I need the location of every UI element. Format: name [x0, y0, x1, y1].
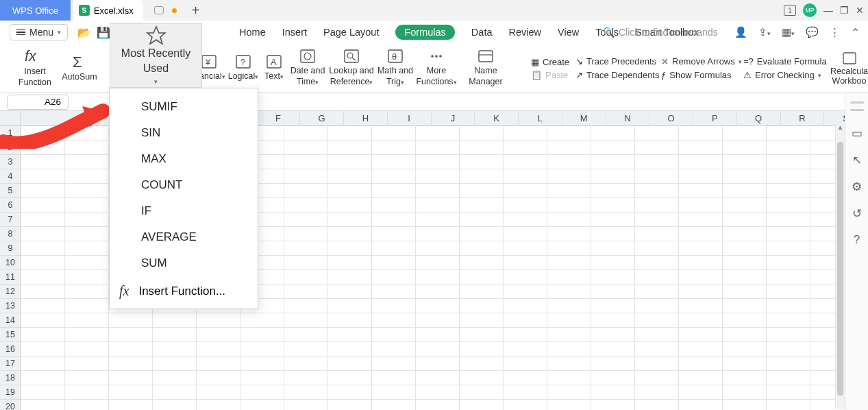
cell[interactable]: [372, 328, 416, 342]
cell[interactable]: [591, 141, 635, 155]
new-tab-button[interactable]: +: [192, 3, 200, 19]
cell[interactable]: [328, 385, 372, 400]
col-o[interactable]: O: [649, 111, 693, 125]
cell[interactable]: [197, 371, 240, 385]
cell[interactable]: [504, 385, 547, 400]
cell[interactable]: [767, 328, 810, 342]
close-button[interactable]: ✕: [856, 5, 864, 16]
cell[interactable]: [372, 385, 416, 400]
cell[interactable]: [547, 141, 591, 155]
cell[interactable]: [416, 342, 460, 357]
cell[interactable]: [460, 285, 504, 299]
cell[interactable]: [635, 299, 679, 313]
app-tab[interactable]: WPS Office: [0, 0, 71, 21]
cell[interactable]: [284, 342, 328, 357]
cell[interactable]: [328, 227, 372, 241]
row-header[interactable]: 4: [0, 169, 21, 184]
cell[interactable]: [504, 270, 547, 285]
cell[interactable]: [547, 198, 591, 213]
row-header[interactable]: 3: [0, 155, 21, 169]
cell[interactable]: [372, 256, 416, 270]
cell[interactable]: [460, 141, 504, 155]
text-button[interactable]: A Text▾: [260, 54, 288, 82]
cell[interactable]: [240, 400, 284, 410]
cell[interactable]: [460, 155, 504, 169]
cell[interactable]: [635, 141, 679, 155]
cell[interactable]: [723, 385, 767, 400]
cell[interactable]: [591, 299, 635, 313]
tab-home[interactable]: Home: [239, 27, 266, 38]
cell[interactable]: [328, 357, 372, 371]
drag-handle-icon[interactable]: [850, 109, 864, 111]
cell[interactable]: [197, 385, 240, 400]
cell[interactable]: [197, 328, 240, 342]
cell[interactable]: [65, 371, 109, 385]
cell[interactable]: [416, 400, 460, 410]
cell[interactable]: [65, 270, 109, 285]
row-header[interactable]: 11: [0, 270, 21, 285]
cell[interactable]: [416, 155, 460, 169]
cell[interactable]: [197, 313, 240, 328]
cell[interactable]: [460, 213, 504, 227]
cell[interactable]: [679, 227, 723, 241]
cell[interactable]: [284, 285, 328, 299]
cell[interactable]: [679, 198, 723, 213]
cell[interactable]: [591, 256, 635, 270]
tab-page-layout[interactable]: Page Layout: [323, 27, 379, 38]
cell[interactable]: [504, 371, 547, 385]
cell[interactable]: [460, 169, 504, 184]
mru-item-average[interactable]: AVERAGE: [110, 224, 258, 250]
cell[interactable]: [679, 169, 723, 184]
row-header[interactable]: 9: [0, 241, 21, 256]
cell[interactable]: [65, 169, 109, 184]
cell[interactable]: [372, 400, 416, 410]
cell[interactable]: [767, 241, 810, 256]
cell[interactable]: [504, 400, 547, 410]
cell[interactable]: [504, 328, 547, 342]
show-formulas-button[interactable]: ƒShow Formulas: [661, 70, 742, 80]
cell[interactable]: [460, 241, 504, 256]
cell[interactable]: [65, 328, 109, 342]
cell[interactable]: [767, 198, 810, 213]
cell[interactable]: [679, 371, 723, 385]
cell[interactable]: [109, 357, 153, 371]
cell[interactable]: [65, 357, 109, 371]
cell[interactable]: [109, 400, 153, 410]
cell[interactable]: [284, 241, 328, 256]
cell[interactable]: [767, 285, 810, 299]
cell[interactable]: [460, 342, 504, 357]
cell[interactable]: [284, 371, 328, 385]
cell[interactable]: [504, 198, 547, 213]
cell[interactable]: [284, 184, 328, 198]
cell[interactable]: [284, 299, 328, 313]
cell[interactable]: [240, 342, 284, 357]
cell[interactable]: [591, 126, 635, 141]
name-manager-button[interactable]: Name Manager: [466, 49, 506, 87]
cell[interactable]: [547, 184, 591, 198]
cell[interactable]: [460, 126, 504, 141]
cell[interactable]: [591, 270, 635, 285]
cell[interactable]: [416, 198, 460, 213]
cell[interactable]: [547, 313, 591, 328]
trace-dependents-button[interactable]: ↗Trace Dependents: [575, 70, 659, 80]
cell[interactable]: [21, 342, 65, 357]
cell[interactable]: [679, 385, 723, 400]
cell[interactable]: [460, 371, 504, 385]
cell[interactable]: [416, 213, 460, 227]
row-header[interactable]: 13: [0, 299, 21, 313]
cell[interactable]: [328, 213, 372, 227]
cell[interactable]: [635, 213, 679, 227]
cell[interactable]: [65, 299, 109, 313]
cell[interactable]: [21, 400, 65, 410]
cell[interactable]: [723, 371, 767, 385]
cell[interactable]: [284, 256, 328, 270]
cell[interactable]: [109, 313, 153, 328]
help-icon[interactable]: ?: [854, 233, 860, 247]
cell[interactable]: [416, 313, 460, 328]
cell[interactable]: [504, 342, 547, 357]
cell[interactable]: [284, 213, 328, 227]
cell[interactable]: [328, 169, 372, 184]
save-icon[interactable]: 💾: [97, 26, 110, 39]
cell[interactable]: [372, 313, 416, 328]
cell[interactable]: [328, 400, 372, 410]
